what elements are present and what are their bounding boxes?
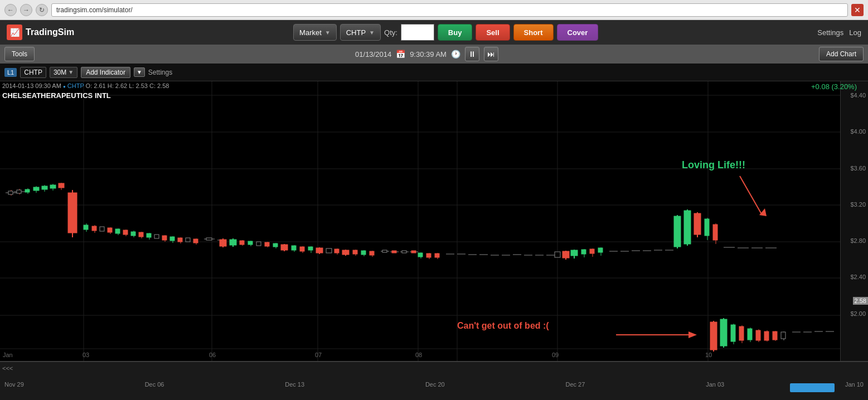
svg-rect-91: [308, 247, 313, 250]
svg-rect-42: [100, 227, 104, 231]
svg-rect-83: [273, 243, 278, 247]
timeframe-button[interactable]: 30M ▼: [50, 67, 77, 78]
svg-rect-89: [300, 247, 304, 251]
pause-button[interactable]: ⏸: [465, 47, 479, 61]
svg-rect-167: [731, 325, 735, 342]
scroll-date-5: Dec 27: [566, 381, 585, 388]
svg-text:06: 06: [209, 352, 216, 358]
timeframe-arrow: ▼: [68, 69, 74, 75]
sell-button[interactable]: Sell: [476, 24, 510, 41]
forward-button[interactable]: →: [20, 4, 32, 16]
stock-name: CHELSEATHERAPEUTICS INTL: [2, 91, 111, 100]
svg-rect-73: [230, 240, 236, 245]
current-price-label: 2.58: [853, 297, 868, 305]
back-button[interactable]: ←: [4, 4, 17, 16]
url-bar[interactable]: tradingsim.com/simulator/: [51, 3, 848, 17]
svg-rect-46: [115, 229, 120, 233]
svg-rect-50: [131, 232, 135, 236]
svg-rect-52: [139, 232, 143, 237]
annotation-loving-life: Loving Life!!!: [682, 159, 745, 171]
svg-rect-157: [713, 225, 717, 240]
logo-icon: 📈: [7, 25, 22, 40]
chart-settings-link[interactable]: Settings: [148, 69, 172, 76]
tools-button[interactable]: Tools: [4, 47, 35, 61]
skip-button[interactable]: ⏭: [484, 47, 498, 61]
svg-rect-28: [33, 187, 39, 191]
short-button[interactable]: Short: [513, 24, 554, 41]
price-tick-320: $3.20: [850, 201, 866, 208]
qty-input[interactable]: [401, 24, 434, 41]
date-value: 01/13/2014: [355, 50, 391, 58]
scroll-prev-label[interactable]: <<<: [2, 365, 13, 372]
chart-svg: Jan 03 06 07 08 09 10: [0, 81, 840, 361]
date-display: 01/13/2014 📅 9:30:39 AM 🕐 ⏸ ⏭: [39, 47, 814, 61]
qty-label: Qty:: [384, 28, 397, 37]
svg-rect-26: [25, 189, 30, 192]
refresh-button[interactable]: ↻: [36, 4, 48, 16]
svg-rect-75: [240, 241, 244, 245]
svg-rect-48: [123, 230, 128, 235]
top-nav: 📈 TradingSim Market ▼ CHTP ▼ Qty: Buy Se…: [0, 20, 868, 45]
svg-rect-115: [418, 253, 423, 257]
svg-line-0: [740, 176, 762, 215]
svg-rect-44: [108, 228, 112, 232]
svg-rect-34: [59, 183, 64, 188]
svg-rect-77: [248, 241, 253, 245]
indicator-dropdown-arrow[interactable]: ▼: [134, 67, 145, 77]
svg-rect-32: [50, 185, 56, 188]
bottom-nav: <<< Nov 29 Dec 06 Dec 13 Dec 20 Dec 27 J…: [0, 361, 868, 394]
svg-rect-141: [598, 248, 603, 252]
svg-rect-60: [170, 237, 174, 241]
scroll-bar-area: Nov 29 Dec 06 Dec 13 Dec 20 Dec 27 Jan 0…: [0, 375, 868, 394]
price-tick-440: $4.40: [850, 92, 866, 99]
svg-rect-171: [748, 329, 752, 340]
svg-text:Jan: Jan: [3, 352, 13, 358]
svg-rect-177: [773, 331, 777, 340]
settings-link[interactable]: Settings: [817, 28, 843, 37]
add-chart-button[interactable]: Add Chart: [819, 47, 864, 61]
svg-rect-38: [84, 225, 88, 230]
symbol-dropdown[interactable]: CHTP ▼: [340, 24, 381, 41]
main-toolbar: Tools 01/13/2014 📅 9:30:39 AM 🕐 ⏸ ⏭ Add …: [0, 45, 868, 64]
svg-rect-169: [739, 326, 744, 340]
svg-rect-97: [334, 249, 339, 253]
scroll-thumb[interactable]: [790, 383, 835, 392]
svg-rect-85: [281, 245, 288, 250]
svg-rect-119: [435, 253, 439, 257]
svg-rect-81: [265, 242, 269, 246]
chart-symbol: CHTP: [20, 67, 46, 78]
svg-rect-56: [154, 235, 159, 238]
buy-button[interactable]: Buy: [438, 24, 473, 41]
svg-text:03: 03: [83, 352, 89, 358]
svg-rect-117: [426, 253, 431, 257]
log-link[interactable]: Log: [849, 28, 861, 37]
clock-icon: 🕐: [451, 50, 460, 58]
svg-rect-107: [382, 250, 387, 252]
svg-rect-79: [256, 242, 261, 246]
svg-rect-21: [8, 191, 13, 194]
scroll-date-4: Dec 20: [425, 381, 445, 388]
time-value: 9:30:39 AM: [410, 50, 447, 58]
price-change: +0.08 (3.20%): [811, 82, 857, 91]
cover-button[interactable]: Cover: [557, 24, 599, 41]
svg-rect-40: [92, 226, 96, 231]
svg-text:10: 10: [705, 352, 712, 358]
svg-rect-179: [781, 332, 785, 339]
calendar-icon: 📅: [396, 50, 405, 58]
add-indicator-button[interactable]: Add Indicator: [81, 67, 130, 78]
close-button[interactable]: ✕: [851, 4, 864, 16]
market-dropdown[interactable]: Market ▼: [293, 24, 337, 41]
cant-get-out-arrow: [613, 328, 702, 342]
svg-rect-155: [705, 219, 709, 236]
chart-container: 2014-01-13 09:30 AM ● CHTP O: 2.61 H: 2.…: [0, 81, 868, 361]
scroll-date-1: Nov 29: [4, 381, 24, 388]
scroll-date-3: Dec 13: [285, 381, 304, 388]
svg-rect-101: [353, 250, 357, 254]
svg-rect-24: [17, 190, 21, 193]
svg-rect-36: [68, 193, 77, 233]
price-tick-200: $2.00: [850, 310, 866, 317]
svg-rect-68: [206, 238, 212, 240]
svg-rect-139: [590, 249, 594, 253]
price-tick-280: $2.80: [850, 237, 866, 244]
svg-rect-30: [42, 186, 47, 189]
